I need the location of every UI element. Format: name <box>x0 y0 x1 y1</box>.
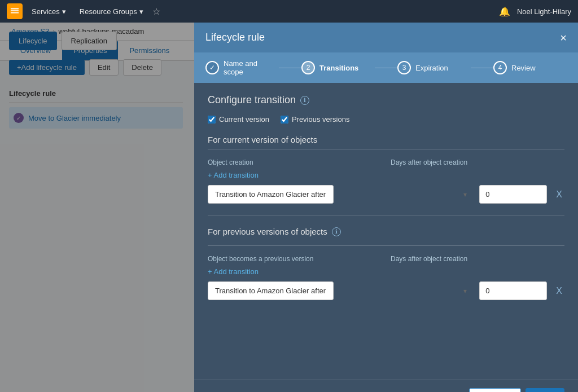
step-4-circle: 4 <box>493 61 507 74</box>
current-transition-select[interactable]: Transition to Amazon Glacier after <box>208 185 334 204</box>
step-3: 3 Expiration <box>397 61 471 74</box>
configure-transition-title: Configure transition ℹ <box>208 94 564 106</box>
current-transition-select-wrapper: Transition to Amazon Glacier after <box>208 185 472 204</box>
navbar-right: 🔔 Noel Light-Hilary <box>499 6 571 17</box>
current-version-section-title: For current version of objects <box>208 135 564 149</box>
previous-version-info-icon[interactable]: ℹ <box>332 227 341 236</box>
svg-rect-2 <box>11 8 19 10</box>
current-transition-row: Transition to Amazon Glacier after X <box>208 185 564 204</box>
step-3-circle: 3 <box>397 61 411 74</box>
services-menu[interactable]: Services ▾ <box>27 5 71 18</box>
aws-logo <box>7 3 23 19</box>
step-2: 2 Transitions <box>301 61 375 74</box>
current-version-checkbox-label[interactable]: Current version <box>208 115 269 124</box>
version-checkboxes: Current version Previous versions <box>208 115 564 124</box>
step-3-label: Expiration <box>415 64 448 72</box>
configure-info-icon[interactable]: ℹ <box>300 96 309 105</box>
section-divider <box>208 215 564 215</box>
current-remove-btn[interactable]: X <box>554 187 564 202</box>
step-2-circle: 2 <box>301 61 315 74</box>
previous-transition-select[interactable]: Transition to Amazon Glacier after <box>208 281 334 300</box>
modal-close-btn[interactable]: × <box>560 32 567 43</box>
resource-groups-menu[interactable]: Resource Groups ▾ <box>75 5 148 18</box>
previous-section-divider <box>208 245 564 246</box>
step-4-label: Review <box>511 64 536 72</box>
current-version-checkbox[interactable] <box>208 116 216 124</box>
step-4: 4 Review <box>493 61 567 74</box>
step-2-label: Transitions <box>319 64 358 72</box>
current-days-input[interactable] <box>479 185 547 204</box>
previous-remove-btn[interactable]: X <box>554 284 564 298</box>
current-col2-header: Days after object creation <box>391 158 564 166</box>
lifecycle-modal: Lifecycle rule × ✓ Name and scope 2 Tran… <box>194 23 578 392</box>
next-btn[interactable]: Next <box>526 388 564 392</box>
step-1-circle: ✓ <box>205 61 219 74</box>
previous-col2-header: Days after object creation <box>391 255 564 263</box>
previous-col1-header: Object becomes a previous version <box>208 255 382 263</box>
current-col1-header: Object creation <box>208 158 382 166</box>
previous-col-headers: Object becomes a previous version Days a… <box>208 255 564 263</box>
previous-versions-checkbox[interactable] <box>281 116 288 124</box>
step-divider-3 <box>471 68 493 68</box>
previous-days-input[interactable] <box>479 281 547 300</box>
modal-header: Lifecycle rule × <box>194 23 578 52</box>
svg-rect-0 <box>11 10 19 11</box>
svg-rect-1 <box>11 12 19 14</box>
modal-body: Configure transition ℹ Current version P… <box>194 83 578 380</box>
navbar: Services ▾ Resource Groups ▾ ☆ 🔔 Noel Li… <box>0 0 578 23</box>
modal-footer: Previous Next <box>194 380 578 392</box>
previous-versions-checkbox-label[interactable]: Previous versions <box>281 115 350 124</box>
user-menu[interactable]: Noel Light-Hilary <box>517 7 571 16</box>
services-chevron-icon: ▾ <box>62 7 66 16</box>
step-1: ✓ Name and scope <box>205 59 279 76</box>
add-transition-current-link[interactable]: + Add transition <box>208 171 259 179</box>
previous-btn[interactable]: Previous <box>469 388 522 392</box>
add-transition-previous-link[interactable]: + Add transition <box>208 267 259 276</box>
previous-transition-select-wrapper: Transition to Amazon Glacier after <box>208 281 472 300</box>
step-divider-2 <box>375 68 397 68</box>
modal-title: Lifecycle rule <box>205 32 265 43</box>
modal-overlay: Lifecycle rule × ✓ Name and scope 2 Tran… <box>0 23 578 392</box>
resource-groups-chevron-icon: ▾ <box>139 7 143 16</box>
step-1-label: Name and scope <box>224 59 279 76</box>
step-bar: ✓ Name and scope 2 Transitions 3 Expirat… <box>194 52 578 83</box>
notification-bell-icon[interactable]: 🔔 <box>499 6 510 17</box>
step-divider-1 <box>279 68 301 68</box>
current-col-headers: Object creation Days after object creati… <box>208 158 564 166</box>
previous-version-section-title: For previous versions of objects <box>208 227 327 236</box>
bookmark-icon[interactable]: ☆ <box>152 6 160 17</box>
background-content: Amazon S3 › webful-backups-macadam Overv… <box>0 23 578 392</box>
previous-transition-row: Transition to Amazon Glacier after X <box>208 281 564 300</box>
